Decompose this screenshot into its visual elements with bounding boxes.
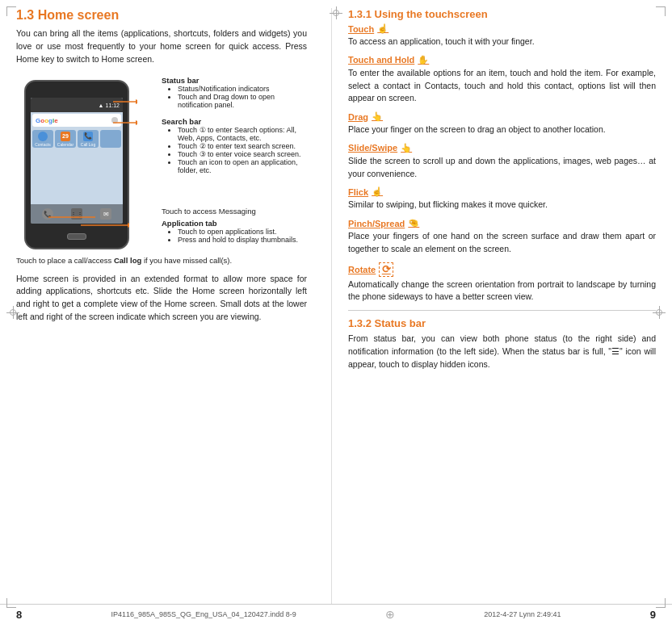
app-tab-bullet-1: Touch to open applications list. — [178, 228, 307, 236]
corner-mark-br — [656, 598, 666, 608]
phone-screen: ▲ 11:12 G o o g l e — [31, 98, 123, 224]
phone-google-bar-visual: G o o g l e — [32, 114, 121, 127]
touch-icon-flick: ☝ — [372, 186, 383, 197]
section-1-3-2-heading: 1.3.2 Status bar — [348, 317, 656, 329]
touch-body-rotate: Automatically change the screen orientat… — [348, 278, 656, 304]
drag-label: Drag — [348, 112, 368, 122]
corner-mark-tl — [6, 6, 16, 16]
bottom-callouts: Touch to place a call/access Call log if… — [16, 255, 307, 266]
footer-date: 2012-4-27 Lynn 2:49:41 — [484, 610, 561, 618]
callout-app-tab-bullets: Touch to open applications list. Press a… — [162, 228, 307, 244]
touch-term-slide: Slide/Swipe 👆 Slide the screen to scroll… — [348, 143, 656, 181]
right-column: 1.3.1 Using the touchscreen Touch ☝ To a… — [340, 8, 656, 604]
search-bullet-2: Touch ② to enter text search screen. — [178, 142, 307, 150]
touch-hold-label: Touch and Hold — [348, 55, 414, 65]
column-divider — [331, 8, 332, 604]
touch-term-title-slide: Slide/Swipe 👆 — [348, 143, 412, 153]
phone-diagram-wrapper: ▲ 11:12 G o o g l e — [16, 72, 307, 252]
touch-icon-slide: 👆 — [401, 143, 412, 153]
touch-body-pinch: Place your fingers of one hand on the sc… — [348, 230, 656, 256]
touch-term-touch-hold: Touch and Hold ✋ To enter the available … — [348, 55, 656, 105]
status-bullet-2: Touch and Drag down to open notification… — [178, 93, 307, 109]
flick-label: Flick — [348, 187, 368, 197]
slide-label: Slide/Swipe — [348, 143, 397, 153]
touch-icon-touch: ☝ — [377, 23, 388, 34]
footer-file-info: IP4116_985A_985S_QG_Eng_USA_04_120427.in… — [111, 610, 296, 618]
touch-term-title-hold: Touch and Hold ✋ — [348, 55, 429, 65]
touch-term-pinch: Pinch/Spread 🤏 Place your fingers of one… — [348, 218, 656, 256]
touch-term-title-rotate: Rotate ⟳ — [348, 262, 393, 277]
arrow-search-bar — [113, 119, 137, 127]
touch-term-title-drag: Drag 👆 — [348, 111, 383, 122]
callout-app-tab: Application tab Touch to open applicatio… — [162, 219, 307, 244]
callout-call-log: Touch to place a call/access Call log if… — [16, 255, 307, 266]
callout-app-tab-title: Application tab — [162, 219, 307, 228]
page-footer: 8 IP4116_985A_985S_QG_Eng_USA_04_120427.… — [0, 604, 672, 624]
touch-body-touch: To access an application, touch it with … — [348, 36, 656, 48]
svg-marker-3 — [136, 120, 137, 125]
touch-term-title-flick: Flick ☝ — [348, 186, 383, 197]
left-crosshair — [6, 306, 19, 319]
section-1-3-heading: 1.3 Home screen — [16, 8, 307, 23]
section-1-3-body: You can bring all the items (application… — [16, 27, 307, 65]
phone-status-bar-visual: ▲ 11:12 — [31, 98, 123, 112]
status-bullet-1: Status/Notification indicators — [178, 85, 307, 93]
touch-term-flick: Flick ☝ Similar to swiping, but flicking… — [348, 186, 656, 211]
touch-term-touch: Touch ☝ To access an application, touch … — [348, 23, 656, 48]
section-1-3-lower-body: Home screen is provided in an extended f… — [16, 273, 307, 324]
callout-search-bar-title: Search bar — [162, 117, 307, 126]
touch-icon-hold: ✋ — [418, 55, 429, 65]
pinch-label: Pinch/Spread — [348, 219, 405, 228]
section-1-3-1-heading: 1.3.1 Using the touchscreen — [348, 8, 656, 20]
callout-call-log-text: Touch to place a call/access Call log if… — [16, 256, 232, 265]
callout-status-bar-title: Status bar — [162, 76, 307, 85]
footer-crosshair: ⊕ — [385, 608, 395, 621]
touch-term-rotate: Rotate ⟳ Automatically change the screen… — [348, 262, 656, 304]
corner-mark-bl — [6, 598, 16, 608]
page-number-right: 9 — [650, 609, 656, 621]
touch-icon-drag: 👆 — [372, 111, 383, 122]
touch-term-title-touch: Touch ☝ — [348, 23, 388, 34]
callout-status-bar-bullets: Status/Notification indicators Touch and… — [162, 85, 307, 109]
search-bullet-3: Touch ③ to enter voice search screen. — [178, 150, 307, 158]
touch-body-hold: To enter the available options for an it… — [348, 67, 656, 105]
arrow-messaging — [48, 213, 97, 221]
callout-search-bar: Search bar Touch ① to enter Search optio… — [162, 117, 307, 174]
touch-body-slide: Slide the screen to scroll up and down t… — [348, 155, 656, 181]
touch-body-drag: Place your finger on the screen to drag … — [348, 124, 656, 136]
search-bullet-4: Touch an icon to open an application, fo… — [178, 158, 307, 174]
touch-label: Touch — [348, 24, 374, 34]
right-crosshair — [653, 306, 666, 319]
callout-status-bar: Status bar Status/Notification indicator… — [162, 76, 307, 109]
callouts-column: Status bar Status/Notification indicator… — [162, 72, 307, 252]
app-tab-bullet-2: Press and hold to display thumbnails. — [178, 236, 307, 244]
page-number-left: 8 — [16, 609, 22, 621]
left-column: 1.3 Home screen You can bring all the it… — [16, 8, 323, 604]
corner-mark-tr — [656, 6, 666, 16]
section-divider — [348, 310, 656, 311]
rotate-label: Rotate — [348, 265, 376, 274]
touch-body-flick: Similar to swiping, but flicking makes i… — [348, 199, 656, 211]
svg-marker-7 — [128, 223, 129, 228]
svg-marker-1 — [136, 99, 137, 104]
arrow-app-tab — [81, 221, 129, 229]
callout-messaging-area: Touch to access Messaging Application ta… — [162, 207, 307, 252]
search-bullet-1: Touch ① to enter Search options: All, We… — [178, 126, 307, 142]
section-1-3-2-body: From status bar, you can view both phone… — [348, 333, 656, 371]
touch-icon-pinch: 🤏 — [408, 218, 419, 228]
touch-term-drag: Drag 👆 Place your finger on the screen t… — [348, 111, 656, 136]
arrow-status-bar — [113, 98, 137, 106]
callout-search-bar-bullets: Touch ① to enter Search options: All, We… — [162, 126, 307, 174]
callout-messaging-label: Touch to access Messaging — [162, 207, 307, 216]
touch-term-title-pinch: Pinch/Spread 🤏 — [348, 218, 419, 228]
top-crosshair — [330, 6, 342, 19]
touch-icon-rotate: ⟳ — [379, 262, 393, 277]
